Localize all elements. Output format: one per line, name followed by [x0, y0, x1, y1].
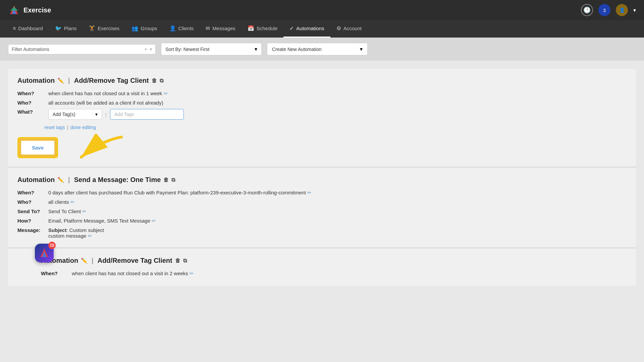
automation-1-delete-icon[interactable]: 🗑 [152, 78, 157, 84]
automation-1-save-button[interactable]: Save [20, 140, 55, 156]
automation-3-when-edit-icon[interactable]: ✏ [190, 270, 194, 276]
nav-bar: ≡ Dashboard 🐦 Plans 🏋 Exercises 👥 Groups… [0, 20, 644, 38]
filter-automations-input[interactable] [12, 47, 142, 52]
automation-1-reset-done: reset tags | done editing [44, 124, 627, 130]
floating-app-icon[interactable]: 15 [35, 244, 54, 262]
automation-2-how-value: Email, Platform Message, SMS Text Messag… [48, 218, 156, 224]
sort-chevron-icon: ▾ [255, 46, 257, 52]
nav-item-schedule[interactable]: 📅 Schedule [241, 20, 284, 38]
automation-1-when-value: when client has has not closed out a vis… [48, 90, 168, 97]
nav-item-exercises[interactable]: 🏋 Exercises [83, 20, 125, 38]
nav-label-account: Account [343, 25, 362, 31]
automation-1-fields: When? when client has has not closed out… [17, 90, 627, 130]
schedule-icon: 📅 [248, 25, 254, 32]
nav-label-exercises: Exercises [98, 25, 119, 31]
automation-1-who-label: Who? [17, 100, 44, 106]
automation-1-what-label: What? [17, 109, 44, 115]
automation-2-message-value: Subject: Custom subject custom message ✏ [48, 227, 104, 239]
sort-select[interactable]: Sort By: Newest First ▾ [161, 43, 262, 55]
automation-2-copy-icon[interactable]: ⧉ [171, 177, 175, 183]
automation-1-what-controls: Add Tag(s) ▾ : [48, 109, 184, 120]
automation-2-edit-icon[interactable]: ✏️ [57, 177, 64, 183]
automation-2-sendto-row: Send To? Send To Client ✏ [17, 208, 627, 215]
nav-item-account[interactable]: ⚙ Account [330, 20, 368, 38]
profile-chevron-icon[interactable]: ▾ [633, 7, 636, 13]
automation-2-delete-icon[interactable]: 🗑 [163, 177, 169, 183]
automation-2-when-value: 0 days after client has purchased Run Cl… [48, 190, 312, 196]
automation-card-3: 15 Automation ✏️ | Add/Remove Tag Client… [8, 249, 636, 286]
nav-item-plans[interactable]: 🐦 Plans [49, 20, 83, 38]
automation-1-reset-link[interactable]: reset tags [44, 125, 65, 130]
filter-clear-icon[interactable]: × [145, 47, 147, 52]
nav-label-schedule: Schedule [257, 25, 278, 31]
automation-3-separator: | [92, 257, 94, 264]
automation-1-copy-icon[interactable]: ⧉ [160, 78, 163, 84]
automation-2-who-label: Who? [17, 199, 44, 205]
filter-chevron-icon[interactable]: ▾ [150, 47, 152, 52]
automation-1-when-edit-icon[interactable]: ✏ [164, 90, 168, 96]
automation-2-how-edit-icon[interactable]: ✏ [152, 218, 156, 224]
nav-label-automations: Automations [296, 25, 324, 31]
create-automation-button[interactable]: Create New Automation ▾ [267, 43, 368, 55]
automation-card-1: Automation ✏️ | Add/Remove Tag Client 🗑 … [8, 69, 636, 166]
top-bar-actions: 🕐 3 👤 ▾ [581, 4, 636, 16]
automation-2-sendto-edit-icon[interactable]: ✏ [82, 208, 87, 214]
automation-1-tag-dropdown[interactable]: Add Tag(s) ▾ [48, 109, 102, 120]
nav-item-groups[interactable]: 👥 Groups [125, 20, 163, 38]
automation-1-edit-icon[interactable]: ✏️ [57, 77, 64, 84]
nav-label-dashboard: Dashboard [18, 25, 43, 31]
filter-input-wrap[interactable]: × ▾ [8, 44, 156, 54]
top-bar: Exercise 🕐 3 👤 ▾ [0, 0, 644, 20]
automation-3-when-label: When? [41, 270, 68, 276]
automation-1-when-row: When? when client has has not closed out… [17, 90, 627, 97]
automation-3-edit-icon[interactable]: ✏️ [81, 257, 88, 264]
groups-icon: 👥 [131, 25, 138, 32]
automation-3-copy-icon[interactable]: ⧉ [183, 258, 187, 264]
svg-marker-2 [10, 7, 18, 11]
nav-item-automations[interactable]: ✓ Automations [283, 20, 330, 38]
main-content: Automation ✏️ | Add/Remove Tag Client 🗑 … [0, 61, 644, 294]
notification-button[interactable]: 3 [598, 4, 610, 16]
automation-2-name: Send a Message: One Time [74, 176, 161, 184]
nav-label-groups: Groups [141, 25, 157, 31]
clock-icon: 🕐 [583, 6, 591, 14]
divider-2 [8, 248, 636, 248]
automations-icon: ✓ [289, 25, 294, 32]
divider-1 [8, 167, 636, 167]
automation-1-separator: | [68, 77, 70, 84]
automation-2-who-row: Who? all clients ✏ [17, 199, 627, 205]
automation-1-name: Add/Remove Tag Client [74, 77, 149, 84]
automation-2-who-edit-icon[interactable]: ✏ [70, 199, 75, 205]
app-name: Exercise [23, 6, 51, 14]
nav-label-plans: Plans [64, 25, 77, 31]
arrow-annotation [61, 134, 128, 167]
dashboard-icon: ≡ [13, 25, 16, 32]
automation-2-who-value: all clients ✏ [48, 199, 75, 205]
nav-item-dashboard[interactable]: ≡ Dashboard [7, 20, 49, 38]
automation-2-when-label: When? [17, 190, 44, 195]
automation-2-when-edit-icon[interactable]: ✏ [307, 190, 312, 195]
exercises-icon: 🏋 [89, 25, 95, 32]
nav-item-clients[interactable]: 👤 Clients [163, 20, 200, 38]
automation-1-title: Automation ✏️ | Add/Remove Tag Client 🗑 … [17, 77, 627, 84]
notification-icon: 3 [603, 7, 606, 13]
clock-button[interactable]: 🕐 [581, 4, 593, 16]
nav-label-messages: Messages [212, 25, 235, 31]
nav-item-messages[interactable]: ✉ Messages [200, 20, 241, 38]
automation-2-message-edit-icon[interactable]: ✏ [88, 233, 92, 239]
floating-logo-icon [38, 247, 50, 259]
automation-2-fields: When? 0 days after client has purchased … [17, 190, 627, 239]
automation-2-how-row: How? Email, Platform Message, SMS Text M… [17, 218, 627, 224]
avatar[interactable]: 👤 [616, 4, 628, 16]
automation-2-message-label: Message: [17, 227, 44, 233]
automation-2-subject-colon: : [66, 227, 69, 233]
floating-app-area: 15 [18, 264, 37, 283]
automation-1-who-value: all accounts (will be added as a client … [48, 100, 163, 106]
automation-1-done-link[interactable]: done editing [70, 125, 96, 130]
automation-1-tag-input[interactable] [110, 109, 184, 120]
automation-3-when-row: When? when client has has not closed out… [41, 270, 627, 277]
automation-2-how-label: How? [17, 218, 44, 224]
automation-3-delete-icon[interactable]: 🗑 [175, 258, 180, 264]
automation-1-what-row: What? Add Tag(s) ▾ : [17, 109, 627, 120]
automation-2-sendto-label: Send To? [17, 208, 44, 214]
